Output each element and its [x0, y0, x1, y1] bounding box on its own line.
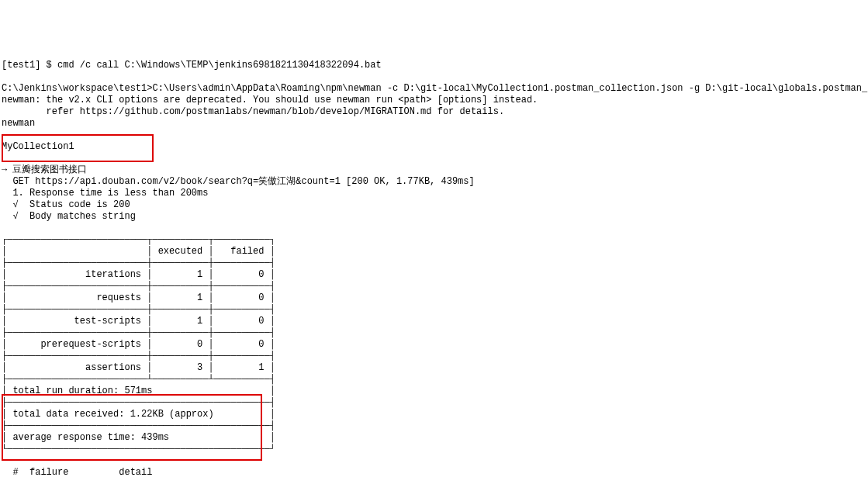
table-sep: ├─────────────────────────┼──────────┼──… [2, 281, 275, 292]
refer-link: refer https://github.com/postmanlabs/new… [2, 106, 504, 117]
newman-label: newman [2, 118, 35, 129]
command-line: C:\Jenkins\workspace\test1>C:\Users\admi… [2, 83, 868, 94]
prompt-line: [test1] $ cmd /c call C:\Windows\TEMP\je… [2, 60, 382, 71]
table-duration: │ total run duration: 571ms │ [2, 386, 275, 396]
table-sep: ├─────────────────────────┼──────────┼──… [2, 327, 275, 338]
table-sep: ├─────────────────────────┼──────────┼──… [2, 258, 275, 268]
console-output: [test1] $ cmd /c call C:\Windows\TEMP\je… [2, 48, 866, 491]
table-sep: ├───────────────────────────────────────… [2, 397, 275, 408]
table-header: │ │ executed │ failed │ [2, 246, 275, 257]
deprecated-warning: newman: the v2.x CLI options are depreca… [2, 95, 538, 105]
table-row-iterations: │ iterations │ 1 │ 0 │ [2, 269, 275, 280]
table-row-assertions: │ assertions │ 3 │ 1 │ [2, 362, 275, 373]
request-name: → 豆瓣搜索图书接口 [2, 164, 87, 175]
table-sep: ├─────────────────────────┼──────────┼──… [2, 304, 275, 315]
table-border: ┌─────────────────────────┬──────────┬──… [2, 234, 275, 245]
test-result-pass-2: √ Body matches string [2, 211, 136, 222]
table-row-prerequest: │ prerequest-scripts │ 0 │ 0 │ [2, 339, 275, 350]
request-details: GET https://api.douban.com/v2/book/searc… [2, 176, 475, 187]
table-data-received: │ total data received: 1.22KB (approx) │ [2, 409, 275, 420]
table-row-testscripts: │ test-scripts │ 1 │ 0 │ [2, 316, 275, 327]
test-result-fail: 1. Response time is less than 200ms [2, 188, 208, 199]
table-sep: ├─────────────────────────┼──────────┼──… [2, 351, 275, 361]
table-border: └───────────────────────────────────────… [2, 444, 275, 455]
table-avg-response: │ average response time: 439ms │ [2, 432, 275, 443]
test-result-pass-1: √ Status code is 200 [2, 199, 130, 210]
table-sep: ├─────────────────────────┴──────────┴──… [2, 374, 275, 385]
collection-name: MyCollection1 [2, 141, 74, 152]
table-row-requests: │ requests │ 1 │ 0 │ [2, 292, 275, 303]
table-sep: ├───────────────────────────────────────… [2, 420, 275, 431]
failure-header: # failure detail [2, 467, 152, 478]
